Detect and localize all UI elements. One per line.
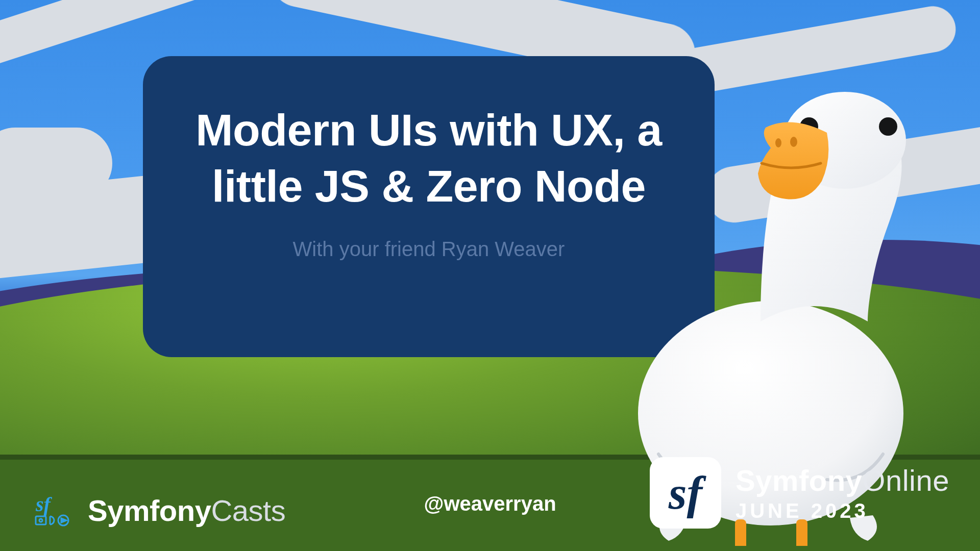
- slide-subtitle: With your friend Ryan Weaver: [143, 238, 715, 261]
- brand-text: SymfonyCasts: [88, 493, 285, 528]
- svg-rect-9: [36, 516, 46, 524]
- svg-text:sf: sf: [35, 493, 53, 516]
- conference-name-bold: Symfony: [736, 464, 862, 497]
- symfonycasts-logo-icon: sf: [33, 493, 74, 528]
- conference-name-light: Online: [862, 464, 949, 497]
- footer-conference: sf SymfonyOnline JUNE 2023: [650, 457, 949, 529]
- brand-light: Casts: [211, 494, 285, 527]
- twitter-handle: @weaverryan: [424, 492, 556, 515]
- conference-date: JUNE 2023: [736, 499, 949, 522]
- conference-title: SymfonyOnline JUNE 2023: [736, 463, 949, 522]
- slide-root: Modern UIs with UX, a little JS & Zero N…: [0, 0, 980, 551]
- title-card: Modern UIs with UX, a little JS & Zero N…: [143, 56, 715, 357]
- symfony-glyph-icon: sf: [669, 469, 702, 516]
- slide-title: Modern UIs with UX, a little JS & Zero N…: [143, 56, 715, 214]
- footer-brand: sf SymfonyCasts: [33, 493, 285, 528]
- cloud-shape: [0, 128, 112, 199]
- symfony-logo-box: sf: [650, 457, 721, 529]
- svg-point-10: [39, 519, 42, 522]
- cloud-shape: [702, 115, 980, 227]
- brand-bold: Symfony: [88, 494, 211, 527]
